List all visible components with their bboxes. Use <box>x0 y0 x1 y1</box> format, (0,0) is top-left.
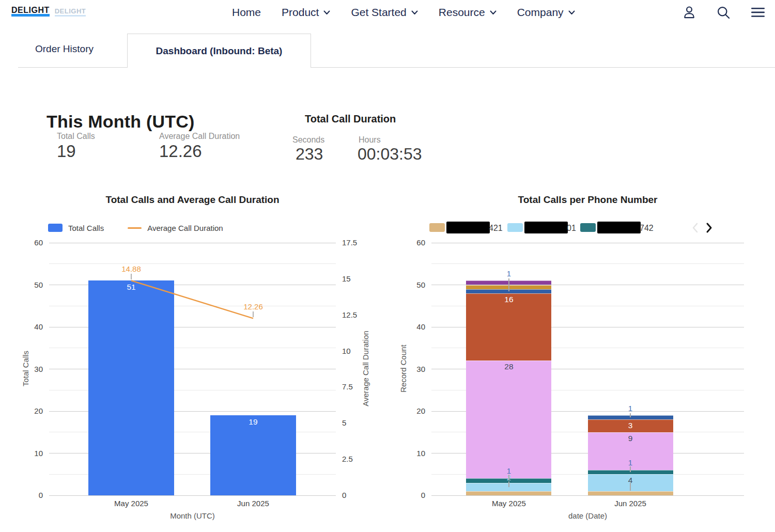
x-axis-tick-label: Jun 2025 <box>594 499 667 508</box>
segment-value-label: 16 <box>488 295 530 304</box>
nav-item-label: Get Started <box>351 6 406 19</box>
legend-series-swatch <box>429 223 445 232</box>
y-axis-tick-label: 30 <box>405 365 425 373</box>
y-axis-tick-label: 60 <box>22 238 43 247</box>
annotation-leader-line <box>630 413 631 417</box>
logo-text: DELIGHT <box>11 6 50 15</box>
nav-item-label: Resource <box>439 6 485 19</box>
chart1-legend: Total Calls Average Call Duration <box>48 223 223 233</box>
nav-item-label: Company <box>517 6 564 19</box>
annotation-leader-line <box>630 466 631 472</box>
line-point-label: 14.88 <box>113 264 149 273</box>
nav-item-get-started[interactable]: Get Started <box>351 6 417 19</box>
logo-ghost-text: DELIGHT <box>55 7 86 15</box>
segment-value-label: 28 <box>488 362 530 371</box>
segment-callout-label: 1 <box>499 466 519 475</box>
nav-item-company[interactable]: Company <box>517 6 575 19</box>
tab-order-history[interactable]: Order History <box>35 43 94 55</box>
avg-duration-legend-line <box>128 227 142 229</box>
menu-icon[interactable] <box>750 6 766 19</box>
annotation-leader-line <box>253 311 254 317</box>
legend-redaction-box <box>597 222 641 233</box>
top-nav: DELIGHT DELIGHT HomeProductGet StartedRe… <box>0 0 775 25</box>
account-icon[interactable] <box>682 5 696 20</box>
legend-phone-suffix: 01 <box>567 222 576 234</box>
total-calls-label: Total Calls <box>57 132 95 141</box>
dashboard-page: DELIGHT DELIGHT HomeProductGet StartedRe… <box>0 0 775 532</box>
gridline <box>431 263 744 264</box>
y-axis-tick-label: 17.5 <box>342 238 365 247</box>
line-point-label: 12.26 <box>235 302 271 311</box>
segment-callout-label: 1 <box>620 458 641 467</box>
y-axis-tick-label: 50 <box>405 280 425 289</box>
y-axis-tick-label: 12.5 <box>342 310 365 319</box>
logo-ghost-underline <box>55 15 86 17</box>
seconds-value: 233 <box>296 145 323 164</box>
stacked-bar-segment[interactable] <box>466 361 551 478</box>
hours-value: 00:03:53 <box>358 145 422 164</box>
nav-item-product[interactable]: Product <box>282 6 330 19</box>
nav-item-label: Home <box>232 6 261 19</box>
y-axis-tick-label: 10 <box>342 347 365 355</box>
stacked-bar-segment[interactable] <box>588 491 673 495</box>
seconds-label: Seconds <box>292 135 324 145</box>
chart2-x-axis-title: date (Date) <box>431 511 744 520</box>
brand-logo[interactable]: DELIGHT DELIGHT <box>11 6 86 15</box>
chart1-x-axis-title: Month (UTC) <box>49 511 336 520</box>
main-nav: HomeProductGet StartedResourceCompany <box>232 0 575 25</box>
legend-redaction-box <box>524 222 568 233</box>
legend-series-swatch <box>507 223 523 232</box>
y-axis-tick-label: 40 <box>22 322 43 331</box>
chart-total-calls-and-avg-duration: Total Calls and Average Call Duration To… <box>18 186 380 529</box>
y-axis-tick-label: 2.5 <box>342 455 365 463</box>
y-axis-tick-label: 5 <box>342 418 365 427</box>
y-axis-tick-label: 0 <box>342 491 365 499</box>
legend-next-icon[interactable] <box>705 222 713 233</box>
segment-callout-label: 1 <box>499 269 519 278</box>
total-call-duration-title: Total Call Duration <box>305 113 396 125</box>
stacked-bar-segment[interactable] <box>466 491 551 495</box>
gridline <box>431 243 744 243</box>
chevron-down-icon <box>411 10 418 15</box>
segment-callout-label: 1 <box>620 404 641 413</box>
chart2-title: Total Calls per Phone Number <box>431 194 744 206</box>
y-axis-tick-label: 15 <box>342 274 365 283</box>
y-axis-tick-label: 50 <box>22 280 43 289</box>
y-axis-tick-label: 40 <box>405 322 425 331</box>
logo-underline <box>11 14 50 17</box>
avg-call-duration-value: 12.26 <box>159 142 202 161</box>
chevron-down-icon <box>568 10 575 15</box>
annotation-leader-line <box>508 475 509 480</box>
avg-duration-legend-label: Average Call Duration <box>147 224 223 232</box>
nav-item-home[interactable]: Home <box>232 6 261 19</box>
segment-value-label: 3 <box>610 421 651 430</box>
search-icon[interactable] <box>716 5 731 20</box>
legend-phone-suffix: 421 <box>489 222 503 234</box>
nav-item-resource[interactable]: Resource <box>439 6 497 19</box>
chevron-down-icon <box>323 10 330 15</box>
annotation-leader-line <box>508 278 509 291</box>
total-calls-legend-swatch <box>48 224 63 232</box>
segment-value-label: 9 <box>610 434 651 443</box>
legend-series-swatch <box>580 223 596 232</box>
annotation-leader-line <box>131 274 132 279</box>
avg-duration-line-series[interactable] <box>49 243 336 495</box>
y-axis-tick-label: 7.5 <box>342 382 365 391</box>
nav-icons <box>682 0 766 25</box>
chart1-right-axis-title: Average Call Duration <box>361 302 370 436</box>
chart-total-calls-per-phone-number: Total Calls per Phone Number 42101742 Re… <box>398 186 766 529</box>
y-axis-tick-label: 30 <box>22 365 43 373</box>
chart1-title: Total Calls and Average Call Duration <box>49 194 336 206</box>
x-axis-tick-label: May 2025 <box>95 499 167 508</box>
y-axis-tick-label: 20 <box>405 406 425 415</box>
y-axis-tick-label: 0 <box>22 491 43 499</box>
y-axis-tick-label: 10 <box>405 449 425 458</box>
nav-item-label: Product <box>282 6 319 19</box>
chevron-down-icon <box>490 10 497 15</box>
tab-dashboard-inbound-beta[interactable]: Dashboard (Inbound: Beta) <box>127 34 311 68</box>
legend-prev-icon[interactable] <box>691 222 700 233</box>
annotation-leader-line <box>508 481 509 487</box>
legend-phone-suffix: 742 <box>640 222 654 234</box>
section-title: This Month (UTC) <box>47 112 194 132</box>
y-axis-tick-label: 20 <box>22 406 43 415</box>
